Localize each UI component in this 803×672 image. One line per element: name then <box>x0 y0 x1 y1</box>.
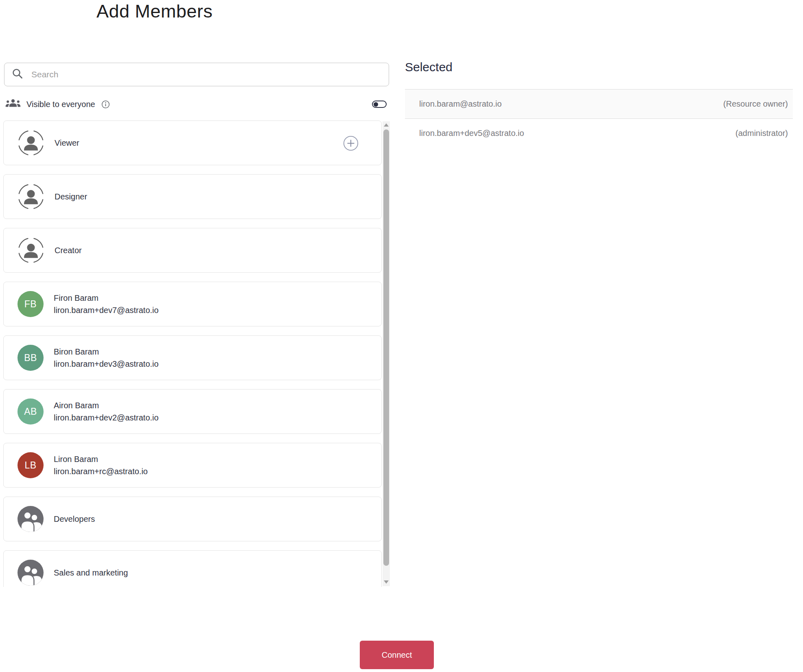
avatar: BB <box>18 345 44 371</box>
scroll-up-icon[interactable] <box>384 123 389 127</box>
list-item-role[interactable]: Designer <box>3 174 382 219</box>
selected-list: liron.baram@astrato.io (Resource owner) … <box>405 89 793 148</box>
member-email: liron.baram+dev3@astrato.io <box>54 359 159 369</box>
member-email: liron.baram+dev2@astrato.io <box>54 413 159 422</box>
avatar: FB <box>18 291 44 317</box>
list-item-group[interactable]: Developers <box>3 497 382 541</box>
role-label: Designer <box>55 192 87 201</box>
selected-row[interactable]: liron.baram+dev5@astrato.io (administrat… <box>405 118 793 148</box>
group-avatar-icon <box>18 506 44 532</box>
scroll-down-icon[interactable] <box>384 580 389 584</box>
member-name: Airon Baram <box>54 401 159 410</box>
people-group-icon <box>5 98 21 110</box>
list-item-role[interactable]: Viewer <box>3 120 382 165</box>
selected-heading: Selected <box>405 60 453 74</box>
connect-button[interactable]: Connect <box>360 641 434 669</box>
search-box[interactable] <box>4 63 389 86</box>
search-input[interactable] <box>31 70 382 79</box>
role-avatar-icon <box>18 129 44 156</box>
list-item-role[interactable]: Creator <box>3 228 382 273</box>
selected-role: (Resource owner) <box>723 99 788 109</box>
group-label: Sales and marketing <box>54 568 128 578</box>
toggle-knob <box>374 102 378 107</box>
member-email: liron.baram+dev7@astrato.io <box>54 306 159 315</box>
selected-email: liron.baram+dev5@astrato.io <box>419 129 524 138</box>
scrollbar-thumb[interactable] <box>383 129 389 566</box>
info-icon[interactable] <box>101 100 110 109</box>
role-label: Creator <box>55 246 82 255</box>
member-list: Viewer Designer <box>3 120 390 587</box>
page-title: Add Members <box>96 1 213 22</box>
member-name: Firon Baram <box>54 293 159 303</box>
add-members-dialog: Add Members Visible to everyone <box>0 0 803 672</box>
list-item-group[interactable]: Sales and marketing <box>3 550 382 587</box>
role-label: Viewer <box>55 138 79 148</box>
visibility-toggle[interactable] <box>372 101 387 108</box>
avatar: AB <box>18 398 44 425</box>
list-item-user[interactable]: FB Firon Baram liron.baram+dev7@astrato.… <box>3 282 382 326</box>
visibility-row: Visible to everyone <box>5 96 389 112</box>
list-item-user[interactable]: AB Airon Baram liron.baram+dev2@astrato.… <box>3 389 382 434</box>
add-member-button[interactable] <box>343 136 359 151</box>
member-name: Liron Baram <box>54 455 148 464</box>
list-item-user[interactable]: LB Liron Baram liron.baram+rc@astrato.io <box>3 443 382 488</box>
member-name: Biron Baram <box>54 347 159 357</box>
role-avatar-icon <box>18 237 44 264</box>
visibility-label: Visible to everyone <box>26 100 95 109</box>
avatar: LB <box>18 452 44 478</box>
selected-role: (administrator) <box>735 129 788 138</box>
search-icon <box>12 68 23 81</box>
role-avatar-icon <box>18 183 44 210</box>
member-email: liron.baram+rc@astrato.io <box>54 467 148 476</box>
selected-row[interactable]: liron.baram@astrato.io (Resource owner) <box>405 89 793 118</box>
selected-email: liron.baram@astrato.io <box>419 99 502 109</box>
scrollbar[interactable] <box>383 121 390 586</box>
group-avatar-icon <box>18 560 44 586</box>
list-item-user[interactable]: BB Biron Baram liron.baram+dev3@astrato.… <box>3 335 382 380</box>
group-label: Developers <box>54 514 95 524</box>
